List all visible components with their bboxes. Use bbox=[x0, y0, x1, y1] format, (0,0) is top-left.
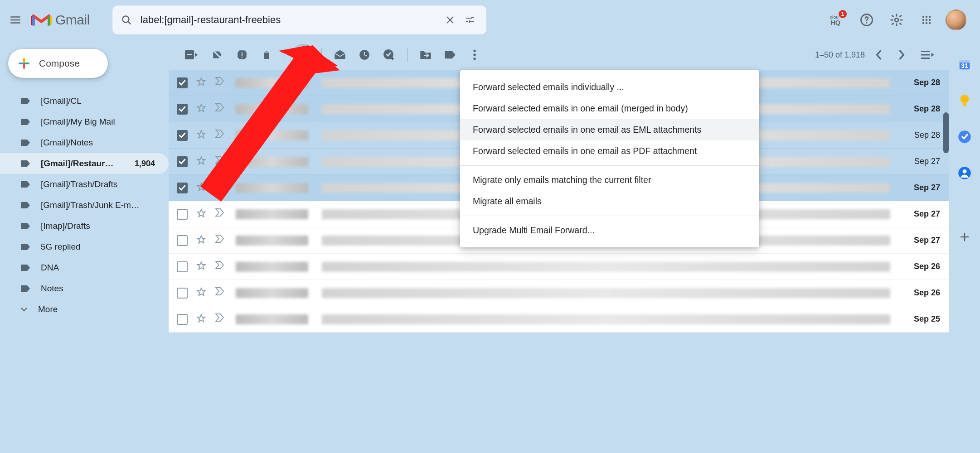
star-button[interactable] bbox=[196, 103, 209, 116]
sidebar-label-item[interactable]: DNA bbox=[0, 257, 169, 278]
apps-button[interactable] bbox=[916, 9, 937, 31]
forward-button[interactable] bbox=[292, 44, 314, 66]
sidebar-label-item[interactable]: [Gmail]/Notes bbox=[0, 132, 169, 153]
email-checkbox[interactable] bbox=[177, 288, 188, 299]
importance-marker[interactable] bbox=[215, 103, 228, 116]
cloudhq-button[interactable]: clou HQ 1 bbox=[826, 9, 848, 31]
email-snippet bbox=[322, 314, 890, 324]
svg-point-7 bbox=[926, 16, 927, 18]
importance-marker[interactable] bbox=[215, 155, 228, 168]
email-checkbox[interactable] bbox=[177, 130, 188, 141]
prev-page-button[interactable] bbox=[868, 45, 888, 65]
email-checkbox[interactable] bbox=[177, 156, 188, 167]
importance-marker[interactable] bbox=[215, 77, 228, 89]
gmail-logo[interactable]: Gmail bbox=[31, 12, 90, 28]
clear-search-button[interactable] bbox=[440, 10, 460, 30]
sidebar-label-item[interactable]: [Gmail]/Restaur… 1,904 bbox=[0, 153, 169, 174]
sidebar-label-item[interactable]: [Gmail]/Trash/Drafts bbox=[0, 174, 169, 195]
dropdown-item[interactable]: Forward selected emails in one email (me… bbox=[460, 98, 759, 119]
email-checkbox[interactable] bbox=[177, 235, 188, 246]
email-checkbox[interactable] bbox=[177, 104, 188, 115]
get-addons-button[interactable] bbox=[954, 226, 975, 248]
settings-button[interactable] bbox=[886, 9, 907, 31]
support-button[interactable] bbox=[856, 9, 878, 31]
main-menu-button[interactable] bbox=[5, 9, 26, 31]
email-checkbox[interactable] bbox=[177, 261, 188, 272]
sidebar-label-item[interactable]: 5G replied bbox=[0, 236, 169, 257]
toolbar: 1–50 of 1,918 bbox=[169, 40, 949, 70]
more-actions-button[interactable] bbox=[464, 44, 485, 66]
email-checkbox[interactable] bbox=[177, 209, 188, 220]
dropdown-item[interactable]: Forward selected emails individually ... bbox=[460, 77, 759, 98]
email-checkbox[interactable] bbox=[177, 314, 188, 325]
compose-button[interactable]: Compose bbox=[8, 49, 108, 78]
delete-button[interactable] bbox=[256, 44, 277, 66]
email-row[interactable]: Sep 26 bbox=[169, 254, 949, 280]
sidebar-label-item[interactable]: [Imap]/Drafts bbox=[0, 216, 169, 236]
search-options-button[interactable] bbox=[460, 10, 480, 30]
add-to-tasks-button[interactable] bbox=[378, 44, 400, 66]
star-button[interactable] bbox=[196, 234, 209, 247]
calendar-addon-button[interactable]: 31 bbox=[954, 53, 975, 75]
svg-point-13 bbox=[926, 22, 927, 24]
contacts-addon-button[interactable] bbox=[954, 162, 975, 184]
snooze-button[interactable] bbox=[354, 44, 375, 66]
label-icon bbox=[19, 241, 32, 253]
search-bar bbox=[112, 5, 486, 34]
label-text: [Gmail]/Trash/Drafts bbox=[41, 179, 155, 189]
star-button[interactable] bbox=[196, 313, 209, 326]
email-checkbox[interactable] bbox=[177, 77, 188, 88]
labels-button[interactable] bbox=[439, 44, 461, 66]
sidebar-label-item[interactable]: [Gmail]/Trash/Junk E-m… bbox=[0, 195, 169, 216]
importance-marker[interactable] bbox=[215, 260, 228, 273]
email-sender bbox=[236, 104, 308, 114]
star-button[interactable] bbox=[196, 260, 209, 273]
label-icon bbox=[19, 157, 32, 170]
email-row[interactable]: Sep 25 bbox=[169, 306, 949, 333]
remove-label-button[interactable] bbox=[207, 44, 228, 66]
more-labels-button[interactable]: More bbox=[0, 299, 169, 320]
star-button[interactable] bbox=[196, 182, 209, 194]
keep-addon-button[interactable] bbox=[954, 90, 975, 111]
dropdown-item[interactable]: Migrate all emails bbox=[460, 191, 759, 212]
importance-marker[interactable] bbox=[215, 234, 228, 247]
dropdown-item[interactable]: Forward selected emails in one email as … bbox=[460, 119, 759, 140]
gear-icon bbox=[890, 13, 903, 27]
sidebar-label-item[interactable]: [Gmail]/My Big Mail bbox=[0, 111, 169, 132]
star-button[interactable] bbox=[196, 208, 209, 221]
report-spam-button[interactable] bbox=[231, 44, 253, 66]
scrollbar-thumb[interactable] bbox=[943, 112, 949, 153]
email-row[interactable]: Sep 26 bbox=[169, 280, 949, 306]
dropdown-item[interactable]: Forward selected emails in one email as … bbox=[460, 140, 759, 162]
svg-point-24 bbox=[473, 58, 475, 60]
dropdown-item[interactable]: Migrate only emails matching the current… bbox=[460, 169, 759, 191]
mark-read-button[interactable] bbox=[329, 44, 351, 66]
email-sender bbox=[236, 209, 308, 219]
sidebar-label-item[interactable]: Notes bbox=[0, 278, 169, 299]
dropdown-item[interactable]: Upgrade Multi Email Forward... bbox=[460, 220, 759, 241]
star-button[interactable] bbox=[196, 129, 209, 142]
email-sender bbox=[236, 262, 308, 272]
label-icon bbox=[19, 136, 32, 149]
density-button[interactable] bbox=[916, 45, 939, 65]
email-checkbox[interactable] bbox=[177, 183, 188, 193]
search-input[interactable] bbox=[141, 14, 440, 26]
importance-marker[interactable] bbox=[215, 129, 228, 142]
star-button[interactable] bbox=[196, 287, 209, 299]
importance-marker[interactable] bbox=[215, 208, 228, 221]
importance-marker[interactable] bbox=[215, 313, 228, 326]
select-all-checkbox[interactable] bbox=[179, 44, 204, 66]
label-icon bbox=[444, 50, 456, 60]
search-icon[interactable] bbox=[119, 12, 134, 28]
star-button[interactable] bbox=[196, 77, 209, 89]
svg-rect-16 bbox=[187, 54, 192, 55]
move-to-button[interactable] bbox=[415, 44, 437, 66]
importance-marker[interactable] bbox=[215, 182, 228, 194]
next-page-button[interactable] bbox=[892, 45, 912, 65]
sidebar-label-item[interactable]: [Gmail]/CL bbox=[0, 91, 169, 111]
tasks-addon-button[interactable] bbox=[954, 126, 975, 148]
account-avatar[interactable] bbox=[946, 10, 966, 30]
importance-marker[interactable] bbox=[215, 287, 228, 299]
svg-rect-29 bbox=[963, 103, 966, 106]
star-button[interactable] bbox=[196, 155, 209, 168]
